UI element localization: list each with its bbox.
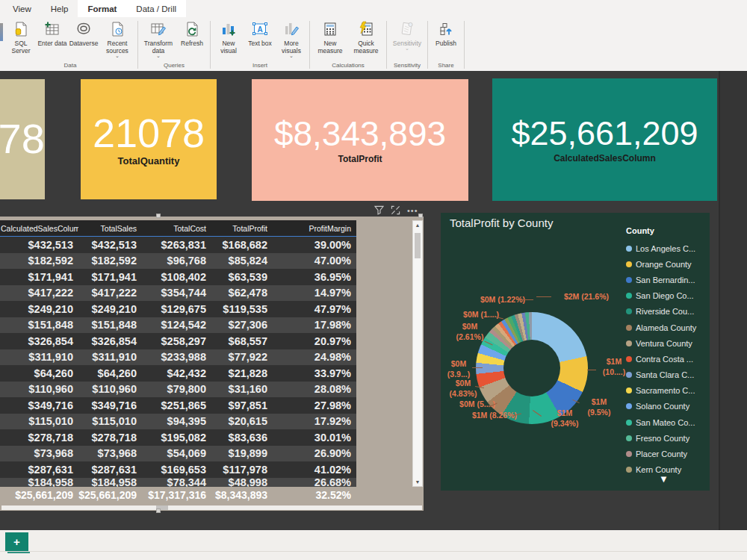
- legend-item[interactable]: San Bernardin...: [626, 272, 708, 287]
- table-cell: $151,848: [0, 319, 78, 331]
- ribbon-tab-help[interactable]: Help: [41, 0, 78, 17]
- table-cell: $311,910: [78, 351, 142, 363]
- transform-data-button[interactable]: Transform data⌄: [141, 20, 176, 57]
- legend-item[interactable]: Placer County: [626, 446, 708, 461]
- table-visual[interactable]: CalculatedSalesColumnTotalSalesTotalCost…: [0, 217, 424, 511]
- table-row[interactable]: $249,210$249,210$129,675$119,53547.97%: [0, 301, 356, 317]
- text-box-button[interactable]: AText box: [245, 20, 275, 47]
- donut-visual[interactable]: TotalProfit by County $2M (21.6%)$1M (10…: [441, 213, 710, 491]
- table-row[interactable]: $311,910$311,910$233,988$77,92224.98%: [0, 349, 356, 366]
- quick-measure-icon: [357, 20, 375, 38]
- dataverse-button[interactable]: Dataverse: [69, 20, 99, 47]
- resize-handle[interactable]: [156, 214, 161, 218]
- button-label: Publish: [436, 40, 456, 47]
- ribbon-tab-view[interactable]: View: [3, 0, 41, 17]
- scroll-up-icon[interactable]: ▲: [413, 223, 422, 228]
- kpi-card-totalprofit[interactable]: $8,343,893TotalProfit: [252, 79, 468, 201]
- new-visual-button[interactable]: New visual: [214, 20, 244, 55]
- legend-item[interactable]: San Mateo Co...: [626, 414, 708, 430]
- table-row[interactable]: $171,941$171,941$108,402$63,53936.95%: [0, 269, 356, 285]
- new-measure-button[interactable]: New measure: [313, 20, 347, 55]
- table-row[interactable]: $151,848$151,848$124,542$27,30617.98%: [0, 317, 356, 334]
- table-row[interactable]: $287,631$287,631$169,653$117,97841.02%: [0, 461, 356, 478]
- chevron-down-icon: ⌄: [156, 55, 161, 57]
- focus-mode-icon[interactable]: [391, 205, 400, 215]
- vertical-scrollbar[interactable]: ▲▼: [412, 220, 423, 487]
- table-cell: $21,828: [211, 367, 273, 379]
- button-label: New visual: [214, 40, 244, 55]
- table-cell: $108,402: [142, 271, 211, 283]
- table-row[interactable]: $110,960$110,960$79,800$31,16028.08%: [0, 382, 356, 398]
- legend-item[interactable]: Ventura County: [626, 335, 708, 351]
- legend-dot-icon: [626, 467, 632, 473]
- ribbon-group-share: PublishShare: [430, 17, 462, 71]
- table-row[interactable]: $182,592$182,592$96,768$85,82447.00%: [0, 253, 356, 270]
- table-cell: $73,968: [0, 447, 78, 459]
- add-page-button[interactable]: +: [5, 532, 28, 551]
- card-value: 21078: [0, 117, 45, 161]
- legend-item[interactable]: Sacramento C...: [626, 383, 708, 399]
- kpi-card-calculatedsalescolumn[interactable]: $25,661,209CalculatedSalesColumn: [492, 78, 717, 201]
- publish-button[interactable]: Publish: [431, 20, 461, 47]
- quick-measure-button[interactable]: Quick measure: [349, 20, 383, 55]
- table-cell: 26.68%: [273, 478, 356, 487]
- enter-data-button[interactable]: Enter data: [37, 20, 67, 47]
- table-cell: $151,848: [78, 319, 142, 331]
- group-separator: [137, 21, 138, 69]
- button-label: Enter data: [37, 40, 66, 47]
- legend-label: Orange County: [636, 260, 692, 269]
- table-row[interactable]: $432,513$432,513$263,831$168,68239.00%: [0, 237, 356, 253]
- table-header-row[interactable]: CalculatedSalesColumnTotalSalesTotalCost…: [0, 220, 356, 237]
- table-cell: $54,069: [142, 447, 211, 459]
- table-cell: $64,260: [0, 367, 78, 379]
- ribbon-tab-data-drill[interactable]: Data / Drill: [126, 0, 186, 17]
- table-row-clipped[interactable]: $184,958$184,958$78,344$48,99826.68%: [0, 478, 356, 487]
- resize-handle[interactable]: [418, 214, 423, 218]
- table-row[interactable]: $64,260$64,260$42,432$21,82833.97%: [0, 365, 356, 382]
- filter-icon[interactable]: [374, 205, 384, 215]
- more-visuals-button[interactable]: More visuals⌄: [276, 20, 306, 57]
- recent-sources-button[interactable]: Recent sources⌄: [100, 20, 134, 57]
- ribbon-group-queries: Transform data⌄RefreshQueries: [140, 17, 208, 71]
- more-options-icon[interactable]: •••: [407, 206, 418, 215]
- legend-dot-icon: [626, 246, 632, 252]
- legend-item[interactable]: Riverside Cou...: [626, 304, 708, 320]
- table-cell: $171,941: [0, 271, 78, 283]
- legend-item[interactable]: Orange County: [626, 256, 708, 272]
- table-row[interactable]: $349,716$349,716$251,865$97,85127.98%: [0, 397, 356, 414]
- legend-item[interactable]: Santa Clara C...: [626, 367, 708, 383]
- dataverse-icon: [75, 20, 93, 38]
- table-cell: $94,395: [142, 415, 211, 427]
- table-row[interactable]: $417,222$417,222$354,744$62,47814.97%: [0, 285, 356, 302]
- kpi-card-totalquantity[interactable]: 21078TotalQuantity: [81, 79, 217, 199]
- ribbon-tab-format[interactable]: Format: [78, 0, 126, 17]
- sql-server-button[interactable]: SQL Server: [6, 20, 36, 55]
- chevron-down-icon: ⌄: [289, 55, 294, 57]
- scroll-down-icon[interactable]: ▼: [413, 479, 422, 485]
- table-cell: $20,615: [211, 415, 273, 427]
- table-row[interactable]: $73,968$73,968$54,069$19,89926.90%: [0, 446, 356, 462]
- refresh-button[interactable]: Refresh: [177, 20, 207, 47]
- legend-item[interactable]: Fresno County: [626, 430, 708, 446]
- horizontal-scrollbar[interactable]: [1, 505, 422, 510]
- kpi-card-clipped[interactable]: 21078: [0, 79, 45, 199]
- table-row[interactable]: $115,010$115,010$94,395$20,61517.92%: [0, 414, 356, 430]
- legend-item[interactable]: Alameda County: [626, 320, 708, 335]
- legend-dot-icon: [626, 261, 632, 267]
- legend-item[interactable]: Los Angeles C...: [626, 240, 708, 256]
- label-leader-line: [587, 370, 596, 370]
- scrollbar-thumb[interactable]: [415, 233, 421, 258]
- legend-item[interactable]: San Diego Co...: [626, 288, 708, 304]
- resize-handle[interactable]: [156, 508, 161, 513]
- legend-dot-icon: [626, 325, 632, 331]
- table-row[interactable]: $278,718$278,718$195,082$83,63630.01%: [0, 429, 356, 446]
- group-separator: [210, 21, 211, 69]
- chevron-down-icon[interactable]: ▼: [659, 473, 669, 485]
- legend-item[interactable]: Solano County: [626, 399, 708, 414]
- table-cell: $115,010: [78, 415, 142, 427]
- table-row[interactable]: $326,854$326,854$258,297$68,55720.97%: [0, 333, 356, 349]
- data-table[interactable]: CalculatedSalesColumnTotalSalesTotalCost…: [0, 220, 356, 487]
- legend-item[interactable]: Contra Costa ...: [626, 351, 708, 367]
- group-label: Insert: [213, 61, 307, 71]
- table-cell: $115,010: [0, 415, 78, 427]
